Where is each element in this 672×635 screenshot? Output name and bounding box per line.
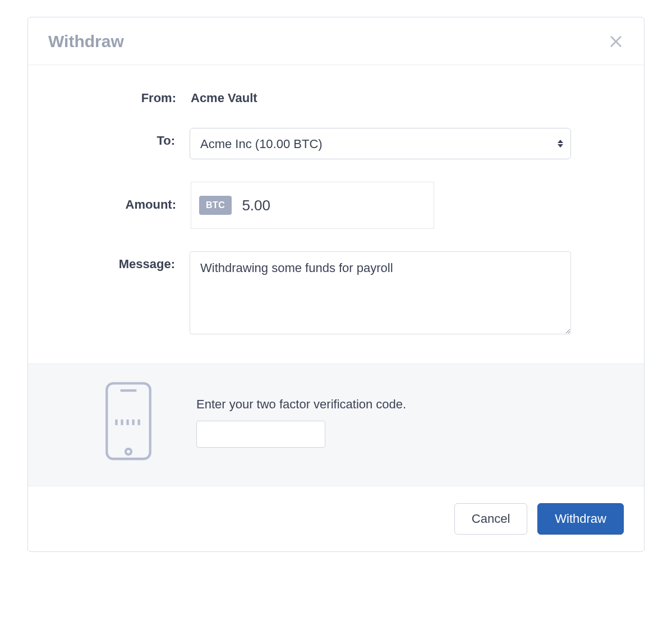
message-label: Message: xyxy=(28,251,190,272)
modal-footer: Cancel Withdraw xyxy=(28,486,644,551)
modal-title: Withdraw xyxy=(48,32,124,51)
twofa-section: Enter your two factor verification code. xyxy=(28,363,644,486)
phone-icon xyxy=(104,381,153,463)
twofa-label: Enter your two factor verification code. xyxy=(196,397,624,412)
amount-input[interactable] xyxy=(242,197,426,214)
from-label: From: xyxy=(28,85,191,105)
to-row: To: Acme Inc (10.00 BTC) xyxy=(28,128,571,159)
amount-field-wrap: BTC xyxy=(191,182,434,229)
from-row: From: Acme Vault xyxy=(28,85,571,105)
from-value: Acme Vault xyxy=(191,85,571,105)
close-icon xyxy=(608,34,624,49)
withdraw-modal: Withdraw From: Acme Vault To: Acme Inc (… xyxy=(27,17,645,552)
message-input[interactable] xyxy=(190,251,571,334)
modal-header: Withdraw xyxy=(28,17,644,65)
svg-point-4 xyxy=(126,449,131,454)
withdraw-button[interactable]: Withdraw xyxy=(537,503,624,535)
modal-body: From: Acme Vault To: Acme Inc (10.00 BTC… xyxy=(28,65,644,363)
close-button[interactable] xyxy=(608,34,624,49)
twofa-input[interactable] xyxy=(196,421,325,448)
amount-row: Amount: BTC xyxy=(28,182,571,229)
to-label: To: xyxy=(28,128,190,148)
cancel-button[interactable]: Cancel xyxy=(454,503,527,535)
to-select[interactable]: Acme Inc (10.00 BTC) xyxy=(190,128,571,159)
amount-label: Amount: xyxy=(28,182,191,212)
message-row: Message: xyxy=(28,251,571,337)
currency-badge: BTC xyxy=(199,196,232,215)
